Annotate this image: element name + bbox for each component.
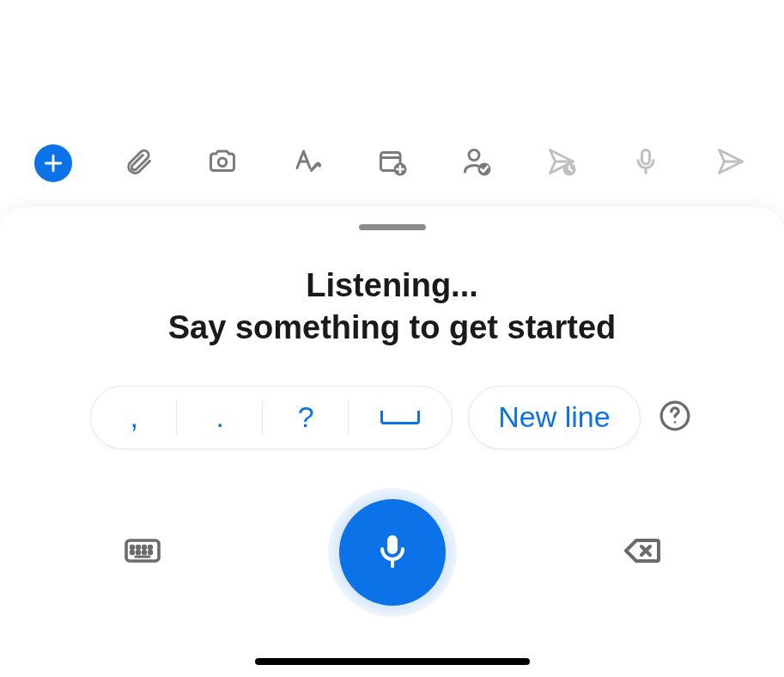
svg-point-9: [469, 150, 479, 161]
send-later-icon: [546, 146, 577, 180]
keyboard-button[interactable]: [120, 530, 165, 575]
period-button[interactable]: .: [177, 387, 263, 448]
status-subtitle: Say something to get started: [0, 307, 784, 349]
microphone-active-button[interactable]: [339, 499, 446, 606]
space-button[interactable]: [349, 387, 452, 448]
svg-point-20: [137, 546, 140, 549]
comma-button[interactable]: ,: [91, 387, 177, 448]
home-indicator[interactable]: [255, 658, 530, 665]
svg-point-2: [218, 158, 227, 167]
new-line-button[interactable]: New line: [468, 386, 640, 449]
send-icon: [715, 146, 746, 180]
dictation-status: Listening... Say something to get starte…: [0, 265, 784, 350]
microphone-toolbar-button[interactable]: [627, 144, 665, 182]
svg-point-25: [143, 552, 146, 554]
svg-point-26: [149, 552, 152, 554]
backspace-button[interactable]: [619, 530, 664, 575]
format-text-button[interactable]: [289, 144, 326, 182]
svg-point-17: [673, 421, 676, 424]
punctuation-group: , . ?: [90, 386, 453, 449]
svg-point-23: [131, 552, 134, 554]
svg-rect-28: [387, 535, 398, 554]
svg-point-22: [149, 546, 152, 549]
svg-point-21: [143, 546, 146, 549]
help-button[interactable]: [656, 399, 694, 436]
punctuation-row: , . ? New line: [0, 386, 784, 449]
mic-button-container: [328, 488, 457, 617]
svg-point-19: [131, 546, 134, 549]
dictation-panel: Listening... Say something to get starte…: [0, 207, 784, 677]
camera-button[interactable]: [204, 144, 241, 182]
format-text-icon: [292, 146, 323, 180]
paperclip-icon: [123, 146, 154, 180]
contact-check-icon: [461, 146, 492, 180]
help-icon: [658, 399, 692, 436]
calendar-add-icon: [377, 146, 408, 180]
dictation-bottom-row: [0, 488, 784, 617]
send-later-button[interactable]: [543, 144, 580, 182]
status-title: Listening...: [0, 265, 784, 307]
svg-rect-13: [642, 150, 650, 165]
add-button[interactable]: [34, 144, 72, 182]
contact-check-button[interactable]: [458, 144, 495, 182]
camera-icon: [207, 146, 238, 180]
backspace-icon: [621, 530, 662, 575]
svg-point-24: [137, 552, 140, 554]
microphone-active-icon: [372, 530, 413, 575]
calendar-add-button[interactable]: [374, 144, 411, 182]
keyboard-icon: [122, 530, 163, 575]
compose-toolbar: [0, 139, 784, 187]
panel-grabber[interactable]: [359, 224, 426, 230]
question-mark-button[interactable]: ?: [263, 387, 349, 448]
microphone-icon: [630, 146, 661, 180]
space-icon: [380, 411, 420, 424]
send-button[interactable]: [712, 144, 750, 182]
attach-button[interactable]: [119, 144, 157, 182]
